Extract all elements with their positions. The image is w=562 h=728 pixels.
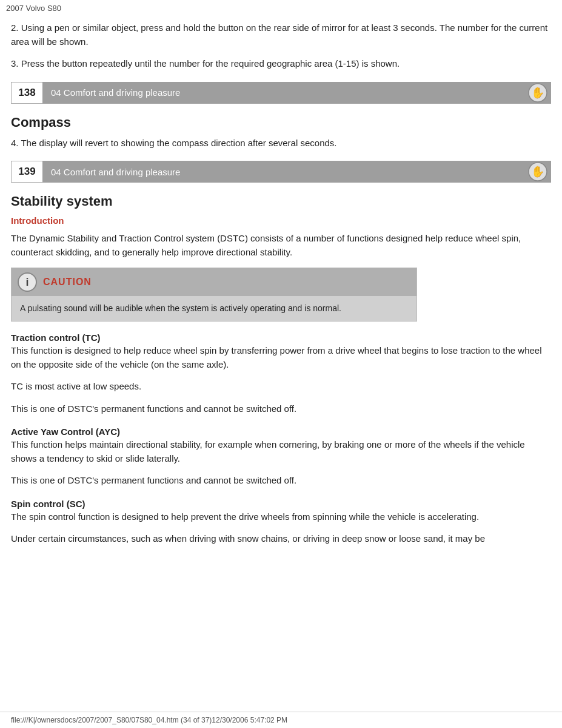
page-label-139: 04 Comfort and driving pleasure <box>42 161 524 183</box>
page-icon-138: ✋ <box>524 82 551 104</box>
intro-text: The Dynamic Stability and Traction Contr… <box>11 232 551 259</box>
page-number-139: 139 <box>11 161 42 183</box>
caution-header: i CAUTION <box>12 268 416 296</box>
svg-text:✋: ✋ <box>531 165 545 178</box>
page-bar-139: 139 04 Comfort and driving pleasure ✋ <box>11 161 551 183</box>
step4-paragraph: 4. The display will revert to showing th… <box>11 136 551 150</box>
ayc-text1: This function helps maintain directional… <box>11 438 551 465</box>
ayc-text2: This is one of DSTC's permanent function… <box>11 474 551 488</box>
page-bar-138: 138 04 Comfort and driving pleasure ✋ <box>11 82 551 104</box>
stability-title: Stability system <box>11 194 551 209</box>
page-icon-139: ✋ <box>524 161 551 183</box>
step3-paragraph: 3. Press the button repeatedly until the… <box>11 57 551 71</box>
hand-icon-139: ✋ <box>528 162 547 181</box>
footer: file:///K|/ownersdocs/2007/2007_S80/07S8… <box>0 712 562 728</box>
traction-title: Traction control (TC) <box>11 332 551 343</box>
spin-text1: The spin control function is designed to… <box>11 510 551 524</box>
title-bar: 2007 Volvo S80 <box>0 0 562 15</box>
spin-text2: Under certain circumstances, such as whe… <box>11 532 551 546</box>
traction-text3: This is one of DSTC's permanent function… <box>11 402 551 416</box>
ayc-title: Active Yaw Control (AYC) <box>11 426 551 437</box>
caution-body: A pulsating sound will be audible when t… <box>12 296 416 321</box>
title-text: 2007 Volvo S80 <box>6 4 61 13</box>
main-content: 2. Using a pen or similar object, press … <box>0 15 562 591</box>
caution-icon: i <box>18 272 37 292</box>
hand-icon-138: ✋ <box>528 83 547 103</box>
spin-title: Spin control (SC) <box>11 499 551 509</box>
footer-text: file:///K|/ownersdocs/2007/2007_S80/07S8… <box>11 716 287 724</box>
svg-text:✋: ✋ <box>531 86 545 99</box>
caution-box: i CAUTION A pulsating sound will be audi… <box>11 268 417 322</box>
step2-paragraph: 2. Using a pen or similar object, press … <box>11 21 551 49</box>
traction-text1: This function is designed to help reduce… <box>11 344 551 371</box>
compass-title: Compass <box>11 115 551 130</box>
traction-text2: TC is most active at low speeds. <box>11 380 551 394</box>
caution-icon-symbol: i <box>25 276 28 289</box>
page-label-138: 04 Comfort and driving pleasure <box>42 82 524 104</box>
page-number-138: 138 <box>11 82 42 104</box>
caution-label: CAUTION <box>43 277 92 288</box>
intro-title: Introduction <box>11 215 551 226</box>
